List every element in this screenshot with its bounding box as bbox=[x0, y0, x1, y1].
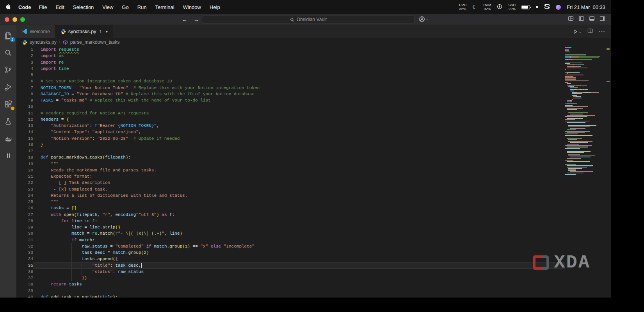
minimap[interactable] bbox=[565, 47, 605, 177]
tab-welcome[interactable]: Welcome bbox=[16, 25, 55, 38]
code-line-40[interactable]: 40def add_task_to_notion(title): bbox=[16, 294, 565, 298]
toggle-sidebar-icon[interactable] bbox=[578, 16, 584, 23]
line-content[interactable]: import requests bbox=[33, 46, 565, 53]
line-content[interactable]: "title": task_desc, bbox=[33, 262, 565, 269]
line-content[interactable]: import os bbox=[33, 53, 565, 59]
menu-go[interactable]: Go bbox=[122, 4, 128, 10]
line-number[interactable]: 11 bbox=[16, 110, 33, 116]
recording-dot-icon[interactable] bbox=[536, 6, 538, 8]
code-line-31[interactable]: 31 if match: bbox=[16, 237, 565, 243]
line-number[interactable]: 12 bbox=[16, 116, 33, 123]
line-content[interactable]: - [ ] Task description bbox=[33, 180, 565, 186]
line-content[interactable]: def add_task_to_notion(title): bbox=[33, 294, 565, 298]
code-line-34[interactable]: 34 tasks.append({ bbox=[16, 256, 565, 262]
line-content[interactable]: "Content-Type": "application/json", bbox=[33, 129, 565, 135]
code-editor[interactable]: 1import requests2import os3import re4imp… bbox=[16, 46, 611, 298]
code-line-22[interactable]: 22 - [ ] Task description bbox=[16, 180, 565, 186]
line-content[interactable]: - [x] Completed task. bbox=[33, 186, 565, 193]
line-content[interactable]: }) bbox=[33, 275, 565, 281]
line-content[interactable] bbox=[33, 148, 565, 154]
line-number[interactable]: 28 bbox=[16, 218, 33, 224]
line-content[interactable]: return tasks bbox=[33, 281, 565, 287]
line-content[interactable]: tasks = [] bbox=[33, 205, 565, 211]
toggle-panel-icon[interactable] bbox=[589, 16, 595, 23]
line-number[interactable]: 3 bbox=[16, 59, 33, 66]
code-line-5[interactable]: 5 bbox=[16, 72, 565, 78]
code-line-19[interactable]: 19 """ bbox=[16, 161, 565, 167]
line-content[interactable]: line = line.strip() bbox=[33, 224, 565, 230]
line-number[interactable]: 9 bbox=[16, 97, 33, 103]
code-line-14[interactable]: 14 "Content-Type": "application/json", bbox=[16, 129, 565, 135]
code-line-4[interactable]: 4import time bbox=[16, 66, 565, 72]
activitybar-extensions[interactable] bbox=[2, 98, 15, 111]
line-number[interactable]: 2 bbox=[16, 53, 33, 59]
code-line-15[interactable]: 15 "Notion-Version": "2022-06-28" # Upda… bbox=[16, 135, 565, 142]
zoom-window-button[interactable] bbox=[20, 17, 25, 22]
code-line-29[interactable]: 29 line = line.strip() bbox=[16, 224, 565, 230]
code-line-3[interactable]: 3import re bbox=[16, 59, 565, 66]
line-number[interactable]: 20 bbox=[16, 167, 33, 173]
line-number[interactable]: 13 bbox=[16, 123, 33, 129]
line-number[interactable]: 26 bbox=[16, 205, 33, 211]
code-line-37[interactable]: 37 }) bbox=[16, 275, 565, 281]
activitybar-search[interactable] bbox=[2, 46, 15, 59]
more-actions-button[interactable]: ⋯ bbox=[599, 30, 605, 34]
line-content[interactable]: NOTION_TOKEN = "Your Notion Token" # Rep… bbox=[33, 85, 565, 91]
close-window-button[interactable] bbox=[5, 17, 9, 22]
menu-window[interactable]: Window bbox=[183, 4, 201, 10]
menu-help[interactable]: Help bbox=[210, 4, 220, 10]
code-line-17[interactable]: 17 bbox=[16, 148, 565, 154]
line-content[interactable]: raw_status = "Completed" if match.group(… bbox=[33, 243, 565, 250]
line-number[interactable]: 23 bbox=[16, 186, 33, 193]
line-number[interactable]: 35 bbox=[16, 262, 33, 269]
activitybar-source-control[interactable] bbox=[2, 63, 15, 76]
code-line-38[interactable]: 38 return tasks bbox=[16, 281, 565, 287]
code-line-13[interactable]: 13 "Authorization": f"Bearer {NOTION_TOK… bbox=[16, 123, 565, 129]
breadcrumb-file[interactable]: synctasks.py bbox=[30, 39, 57, 45]
line-content[interactable]: tasks.append({ bbox=[33, 256, 565, 262]
line-number[interactable]: 27 bbox=[16, 212, 33, 218]
line-content[interactable]: Expected format: bbox=[33, 173, 565, 180]
line-number[interactable]: 17 bbox=[16, 148, 33, 154]
code-line-28[interactable]: 28 for line in f: bbox=[16, 218, 565, 224]
command-center-search[interactable]: Obsidian Vault bbox=[202, 16, 415, 23]
line-number[interactable]: 40 bbox=[16, 294, 33, 298]
line-content[interactable]: headers = { bbox=[33, 116, 565, 123]
line-number[interactable]: 36 bbox=[16, 269, 33, 275]
activitybar-docker[interactable] bbox=[2, 132, 15, 145]
toggle-secondary-sidebar-icon[interactable] bbox=[600, 16, 605, 23]
assistant-control[interactable]: ⌄ bbox=[419, 16, 429, 22]
code-line-16[interactable]: 16} bbox=[16, 142, 565, 148]
activitybar-explorer[interactable]: 1 bbox=[2, 29, 15, 42]
menu-view[interactable]: View bbox=[102, 4, 113, 10]
line-number[interactable]: 25 bbox=[16, 199, 33, 205]
ssd-stat[interactable]: SSD22% bbox=[508, 3, 516, 11]
code-line-11[interactable]: 11# Headers required for Notion API requ… bbox=[16, 110, 565, 116]
line-number[interactable]: 8 bbox=[16, 91, 33, 97]
run-python-button[interactable]: ⌄ bbox=[573, 29, 582, 34]
line-content[interactable]: """ bbox=[33, 199, 565, 205]
code-line-39[interactable]: 39 bbox=[16, 288, 565, 294]
line-number[interactable]: 38 bbox=[16, 281, 33, 287]
focus-moon-icon[interactable]: ☾ bbox=[472, 4, 477, 11]
line-number[interactable]: 7 bbox=[16, 85, 33, 91]
activitybar-run-debug[interactable] bbox=[2, 80, 15, 93]
line-content[interactable]: # Set your Notion integration token and … bbox=[33, 78, 565, 84]
menu-selection[interactable]: Selection bbox=[73, 4, 94, 10]
menu-edit[interactable]: Edit bbox=[55, 4, 64, 10]
forward-arrow-icon[interactable]: → bbox=[194, 16, 199, 23]
keyhole-icon[interactable] bbox=[497, 4, 502, 11]
line-number[interactable]: 32 bbox=[16, 243, 33, 250]
line-content[interactable]: if match: bbox=[33, 237, 565, 243]
line-content[interactable] bbox=[33, 72, 565, 78]
breadcrumb-symbol[interactable]: parse_markdown_tasks bbox=[70, 39, 120, 45]
code-line-26[interactable]: 26 tasks = [] bbox=[16, 205, 565, 211]
line-number[interactable]: 5 bbox=[16, 72, 33, 78]
line-content[interactable]: TASKS = "tasks.md" # Replace this with t… bbox=[33, 97, 565, 103]
code-line-8[interactable]: 8DATABASE_ID = "Your Database ID" # Repl… bbox=[16, 91, 565, 97]
modified-dot-icon[interactable]: ● bbox=[106, 30, 108, 34]
minimize-window-button[interactable] bbox=[12, 17, 17, 22]
line-number[interactable]: 22 bbox=[16, 180, 33, 186]
code-line-23[interactable]: 23 - [x] Completed task. bbox=[16, 186, 565, 193]
tab-synctasks-py[interactable]: synctasks.py1● bbox=[55, 25, 113, 38]
